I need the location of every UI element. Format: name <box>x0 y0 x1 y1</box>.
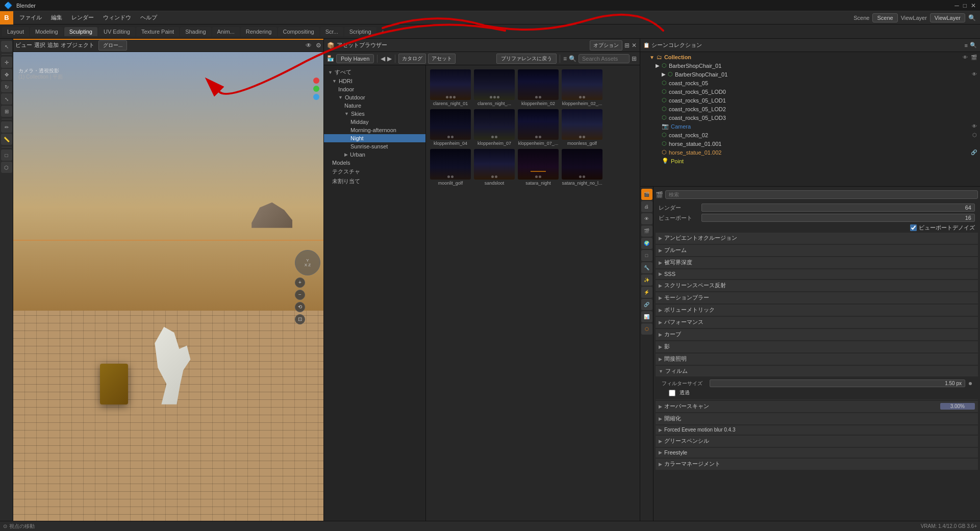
tool-add-cube[interactable]: □ <box>1 149 12 161</box>
asset-item-7[interactable]: moonless_golf <box>562 109 602 146</box>
section-header-freestyle[interactable]: ▶ Freestyle <box>656 448 978 457</box>
viewport-scene[interactable]: カメラ・透視投影 (1) Collection | 平面 YX Z + − ⟲ … <box>13 52 323 522</box>
asset-item-0[interactable]: clarens_night_01 <box>430 69 471 106</box>
prop-modifier-icon[interactable]: 🔧 <box>641 262 652 273</box>
asset-item-6[interactable]: kloppenheim_07_... <box>518 109 559 146</box>
section-header-ssr[interactable]: ▶ スクリーンスペース反射 <box>656 280 978 291</box>
outline-item-barbershop[interactable]: ▶ ⬡ BarberShopChair_01 <box>640 61 980 70</box>
outline-item-point[interactable]: 💡 Point <box>640 157 980 165</box>
viewlayer-selector[interactable]: ViewLayer <box>930 13 965 22</box>
tool-scale[interactable]: ⤡ <box>1 93 12 105</box>
section-header-gp[interactable]: ▶ グリースペンシル <box>656 436 978 446</box>
outline-vis-cr02[interactable]: ⬡ <box>972 132 977 138</box>
tree-item-sunrise-sunset[interactable]: Sunrise-sunset <box>324 142 425 150</box>
props-search[interactable] <box>665 190 978 199</box>
menu-file[interactable]: ファイル <box>15 13 46 22</box>
outline-item-coast-rocks-05[interactable]: ⬡ coast_rocks_05 <box>640 79 980 87</box>
nav-zoom-in[interactable]: + <box>295 277 305 288</box>
tree-item-textures[interactable]: テクスチャ <box>324 167 425 176</box>
outline-item-lod2[interactable]: ⬡ coast_rocks_05_LOD2 <box>640 105 980 113</box>
tab-add-btn[interactable]: + <box>378 27 389 36</box>
outline-item-horse-001[interactable]: ⬡ horse_statue_01.001 <box>640 139 980 148</box>
tab-scripting[interactable]: Scripting <box>344 27 376 36</box>
prop-output-icon[interactable]: 🖨 <box>641 201 652 212</box>
filter-size-value[interactable]: 1.50 px <box>710 380 965 387</box>
section-header-forced-eevee[interactable]: ▶ Forced Eevee motion blur 0.4.3 <box>656 425 978 434</box>
tab-sculpting[interactable]: Sculpting <box>64 27 97 36</box>
tab-uv-editing[interactable]: UV Editing <box>98 27 135 36</box>
tab-texture-paint[interactable]: Texture Paint <box>136 27 179 36</box>
asset-item-11[interactable]: satara_night_no_l... <box>562 149 602 186</box>
options-btn[interactable]: オプション <box>590 40 622 50</box>
viewport-menu-add[interactable]: 追加 <box>47 41 59 49</box>
tool-transform[interactable]: ⊞ <box>1 106 12 117</box>
maximize-panel-btn[interactable]: ⊞ <box>624 42 630 49</box>
section-header-vol[interactable]: ▶ ボリューメトリック <box>656 305 978 315</box>
tree-item-hdri[interactable]: ▼ HDRI <box>324 77 425 85</box>
outline-visibility-collection[interactable]: 👁 <box>963 55 968 60</box>
nav-perspective[interactable]: YX Z <box>295 250 320 275</box>
tree-item-midday[interactable]: Midday <box>324 118 425 126</box>
asset-item-9[interactable]: sandsloot <box>474 149 515 186</box>
tree-item-unassigned[interactable]: 未割り当て <box>324 176 425 186</box>
tree-item-all[interactable]: ▼ すべて <box>324 67 425 77</box>
outline-vis-2[interactable]: 👁 <box>972 71 977 77</box>
search-icon[interactable]: 🔍 <box>968 14 976 21</box>
section-header-indirect[interactable]: ▶ 間接照明 <box>656 353 978 364</box>
tree-item-indoor[interactable]: Indoor <box>324 85 425 93</box>
tree-item-models[interactable]: Models <box>324 159 425 167</box>
section-header-curves[interactable]: ▶ カーブ <box>656 329 978 340</box>
prop-obj-icon[interactable]: □ <box>641 250 652 261</box>
nav-zoom-out[interactable]: − <box>295 290 305 300</box>
outline-item-lod3[interactable]: ⬡ coast_rocks_05_LOD3 <box>640 113 980 122</box>
back-btn[interactable]: ◀ <box>381 55 385 62</box>
outline-item-lod1[interactable]: ⬡ coast_rocks_05_LOD1 <box>640 96 980 105</box>
menu-edit[interactable]: 編集 <box>47 13 66 22</box>
outline-item-horse-002[interactable]: ⬡ horse_statue_01.002 🔗 <box>640 148 980 157</box>
outline-render-collection[interactable]: 🎬 <box>971 55 977 60</box>
section-header-dof[interactable]: ▶ 被写界深度 <box>656 257 978 268</box>
menu-render[interactable]: レンダー <box>67 13 98 22</box>
outliner-filter-icon[interactable]: ≡ <box>965 42 968 48</box>
section-header-simplify[interactable]: ▶ 開縮化 <box>656 413 978 424</box>
viewport-menu-view[interactable]: ビュー <box>15 41 32 49</box>
search-input[interactable] <box>579 54 630 63</box>
tool-rotate[interactable]: ↻ <box>1 81 12 92</box>
menu-window[interactable]: ウィンドウ <box>99 13 135 22</box>
asset-item-10[interactable]: satara_night <box>518 149 559 186</box>
outline-item-coast-rocks-02[interactable]: ⬡ coast_rocks_02 ⬡ <box>640 131 980 139</box>
forward-btn[interactable]: ▶ <box>387 55 392 62</box>
section-header-perf[interactable]: ▶ パフォーマンス <box>656 317 978 327</box>
viewport-gizmo-btn[interactable]: ⚙ <box>316 42 321 49</box>
transparency-checkbox[interactable] <box>669 390 675 396</box>
tree-item-nature[interactable]: Nature <box>324 102 425 110</box>
asset-item-8[interactable]: moonlit_golf <box>430 149 471 186</box>
outliner-search-icon[interactable]: 🔍 <box>970 42 977 48</box>
prop-render-icon[interactable]: 🎬 <box>641 189 652 200</box>
scene-selector[interactable]: Scene <box>872 13 897 22</box>
menu-help[interactable]: ヘルプ <box>136 13 161 22</box>
section-header-shadows[interactable]: ▶ 影 <box>656 341 978 352</box>
section-header-sss[interactable]: ▶ SSS <box>656 269 978 279</box>
viewport-menu-object[interactable]: オブジェクト <box>61 41 94 49</box>
outline-vis-horse-002[interactable]: 🔗 <box>971 149 977 155</box>
tree-item-urban[interactable]: ▶ Urban <box>324 150 425 159</box>
outline-item-camera[interactable]: 📷 Camera 👁 <box>640 122 980 131</box>
denoise-checkbox[interactable] <box>910 224 917 231</box>
prop-physics-icon[interactable]: ⚡ <box>641 287 652 298</box>
view-assets-btn[interactable]: アセット <box>428 54 456 64</box>
outline-item-lod0[interactable]: ⬡ coast_rocks_05_LOD0 <box>640 87 980 96</box>
asset-item-1[interactable]: clarens_night_... <box>474 69 515 106</box>
section-header-film[interactable]: ▼ フィルム <box>656 366 978 376</box>
maximize-btn[interactable]: □ <box>963 2 967 9</box>
tree-item-morning-afternoon[interactable]: Morning-afternoon <box>324 126 425 134</box>
close-panel-btn[interactable]: ✕ <box>632 42 637 49</box>
tab-layout[interactable]: Layout <box>2 27 29 36</box>
prop-constraints-icon[interactable]: 🔗 <box>641 299 652 310</box>
tab-scr[interactable]: Scr... <box>320 27 343 36</box>
outline-vis-camera[interactable]: 👁 <box>972 123 977 129</box>
tool-annotate[interactable]: ✏ <box>1 121 12 133</box>
viewport-overlay-btn[interactable]: 👁 <box>306 42 312 49</box>
tool-move[interactable]: ✥ <box>1 69 12 80</box>
prefs-btn[interactable]: プリファレンスに戻う <box>496 54 557 64</box>
